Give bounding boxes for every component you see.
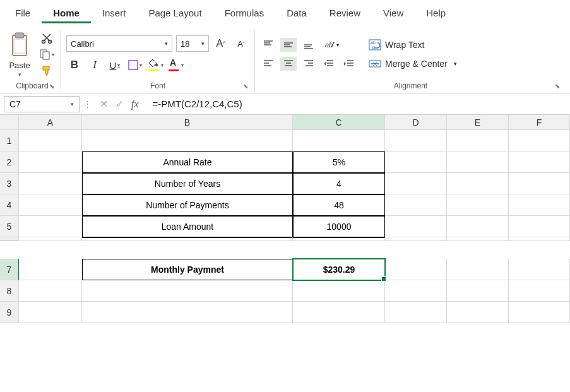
menu-help[interactable]: Help xyxy=(415,3,457,23)
cell-B8[interactable] xyxy=(82,280,293,302)
align-top-button[interactable] xyxy=(260,38,276,52)
cell-D6[interactable] xyxy=(385,237,447,241)
cell-E1[interactable] xyxy=(447,130,509,151)
row-header-6[interactable] xyxy=(0,237,19,241)
dialog-launcher-icon[interactable]: ⬊ xyxy=(49,83,54,90)
align-middle-button[interactable] xyxy=(280,38,297,52)
bold-button[interactable]: B xyxy=(66,57,83,73)
cell-F8[interactable] xyxy=(509,280,570,302)
decrease-indent-button[interactable] xyxy=(321,57,337,71)
fill-color-button[interactable] xyxy=(147,57,163,73)
cell-B1[interactable] xyxy=(82,130,293,151)
align-left-button[interactable] xyxy=(260,57,276,71)
align-bottom-button[interactable] xyxy=(300,38,317,52)
border-button[interactable] xyxy=(127,57,143,73)
cell-A8[interactable] xyxy=(19,280,82,302)
col-header-B[interactable]: B xyxy=(82,115,293,130)
italic-button[interactable]: I xyxy=(86,57,103,73)
cell-D9[interactable] xyxy=(385,302,447,323)
cell-C5[interactable]: 10000 xyxy=(293,216,385,237)
cell-C1[interactable] xyxy=(293,130,385,151)
row-header-7[interactable]: 7 xyxy=(0,259,19,280)
cell-F4[interactable] xyxy=(509,194,570,216)
increase-font-button[interactable]: A^ xyxy=(213,35,229,52)
menu-insert[interactable]: Insert xyxy=(91,3,138,23)
font-size-combo[interactable]: 18 ▾ xyxy=(176,35,209,52)
cell-F6[interactable] xyxy=(509,237,570,241)
row-header-2[interactable]: 2 xyxy=(0,151,19,173)
cell-C9[interactable] xyxy=(293,302,385,323)
cell-F7[interactable] xyxy=(509,259,570,280)
align-center-button[interactable] xyxy=(280,57,297,71)
cell-B7[interactable]: Monthly Paymnet xyxy=(82,259,293,280)
decrease-font-button[interactable]: Aˇ xyxy=(233,35,249,52)
cell-F1[interactable] xyxy=(509,130,570,151)
row-header-9[interactable]: 9 xyxy=(0,302,19,323)
copy-button[interactable]: ▾ xyxy=(38,47,56,61)
row-header-5[interactable]: 5 xyxy=(0,216,19,237)
menu-review[interactable]: Review xyxy=(318,3,372,23)
cell-F5[interactable] xyxy=(509,216,570,237)
cell-E5[interactable] xyxy=(447,216,509,237)
menu-page-layout[interactable]: Page Layout xyxy=(137,3,213,23)
chevron-down-icon[interactable]: ▾ xyxy=(18,71,21,78)
cell-E2[interactable] xyxy=(447,151,509,173)
cell-D2[interactable] xyxy=(385,151,447,173)
cell-C7[interactable]: $230.29 xyxy=(293,259,385,280)
cell-A9[interactable] xyxy=(19,302,82,323)
cell-D4[interactable] xyxy=(385,194,447,216)
cell-C4[interactable]: 48 xyxy=(293,194,385,216)
col-header-A[interactable]: A xyxy=(19,115,82,130)
cell-C6[interactable] xyxy=(293,237,385,241)
format-painter-button[interactable] xyxy=(38,64,56,78)
cell-A6[interactable] xyxy=(19,237,82,241)
cell-A7[interactable] xyxy=(19,259,82,280)
cell-D8[interactable] xyxy=(385,280,447,302)
cell-E4[interactable] xyxy=(447,194,509,216)
cell-A2[interactable] xyxy=(19,151,82,173)
col-header-D[interactable]: D xyxy=(385,115,447,130)
cell-B3[interactable]: Number of Years xyxy=(82,173,293,194)
row-header-4[interactable]: 4 xyxy=(0,194,19,216)
wrap-text-button[interactable]: ab Wrap Text xyxy=(365,38,461,52)
paste-button[interactable]: Paste ▾ xyxy=(9,32,30,78)
cell-E6[interactable] xyxy=(447,237,509,241)
cut-button[interactable] xyxy=(38,31,56,45)
cell-F3[interactable] xyxy=(509,173,570,194)
cell-C8[interactable] xyxy=(293,280,385,302)
row-header-8[interactable]: 8 xyxy=(0,280,19,302)
col-header-F[interactable]: F xyxy=(509,115,570,130)
cell-E8[interactable] xyxy=(447,280,509,302)
font-color-button[interactable]: A xyxy=(167,57,184,73)
font-name-combo[interactable]: Calibri ▾ xyxy=(66,35,172,52)
col-header-E[interactable]: E xyxy=(447,115,509,130)
dialog-launcher-icon[interactable]: ⬊ xyxy=(555,83,560,90)
cell-E9[interactable] xyxy=(447,302,509,323)
menu-formulas[interactable]: Formulas xyxy=(213,3,276,23)
increase-indent-button[interactable] xyxy=(341,57,357,71)
cell-A3[interactable] xyxy=(19,173,82,194)
orientation-button[interactable]: ab ▾ xyxy=(321,38,342,52)
merge-center-button[interactable]: Merge & Center ▾ xyxy=(365,57,461,71)
cell-B5[interactable]: Loan Amount xyxy=(82,216,293,237)
cell-D3[interactable] xyxy=(385,173,447,194)
cell-B2[interactable]: Annual Rate xyxy=(82,151,293,173)
cell-E3[interactable] xyxy=(447,173,509,194)
name-box[interactable]: C7 ▾ xyxy=(4,96,80,112)
cell-F2[interactable] xyxy=(509,151,570,173)
cell-D7[interactable] xyxy=(385,259,447,280)
cell-A1[interactable] xyxy=(19,130,82,151)
cell-D5[interactable] xyxy=(385,216,447,237)
cancel-formula-button[interactable]: ✕ xyxy=(100,98,108,110)
cell-B4[interactable]: Number of Payments xyxy=(82,194,293,216)
select-all-corner[interactable] xyxy=(0,115,19,130)
cell-B6[interactable] xyxy=(82,237,293,241)
row-header-1[interactable]: 1 xyxy=(0,130,19,151)
row-header-3[interactable]: 3 xyxy=(0,173,19,194)
cell-A4[interactable] xyxy=(19,194,82,216)
insert-function-button[interactable]: fx xyxy=(131,98,139,110)
menu-view[interactable]: View xyxy=(372,3,415,23)
cell-B9[interactable] xyxy=(82,302,293,323)
cell-E7[interactable] xyxy=(447,259,509,280)
col-header-C[interactable]: C xyxy=(293,115,385,130)
